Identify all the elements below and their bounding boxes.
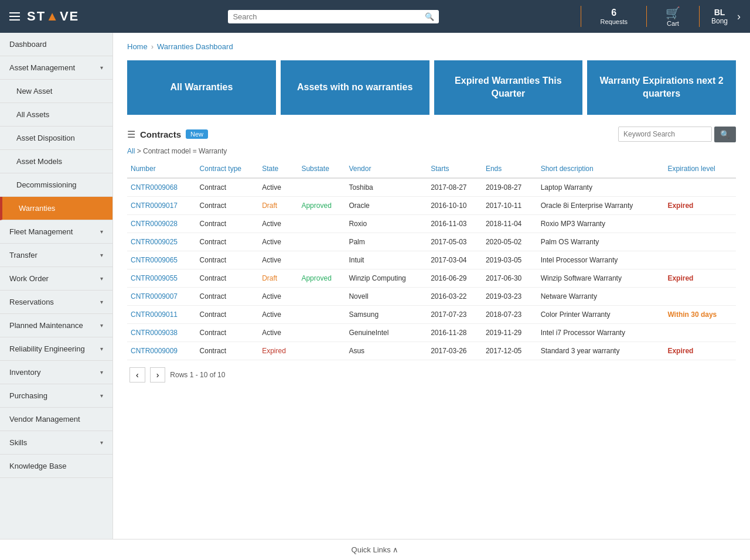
sidebar-arrow-icon: ▾ [100, 299, 103, 305]
contract-starts: 2017-03-04 [427, 251, 482, 269]
sidebar-item-new-asset[interactable]: New Asset [0, 80, 112, 103]
contract-number-link[interactable]: CNTR0009007 [131, 292, 178, 301]
quick-links-bar[interactable]: Quick Links ∧ [0, 539, 750, 560]
sidebar-item-label: New Asset [16, 87, 52, 95]
search-input[interactable] [233, 12, 425, 21]
sidebar-item-planned-maintenance[interactable]: Planned Maintenance▾ [0, 314, 112, 337]
contract-description: Roxio MP3 Warranty [537, 214, 664, 233]
nav-expand-icon[interactable]: › [737, 11, 741, 23]
sidebar-item-vendor-management[interactable]: Vendor Management [0, 408, 112, 431]
breadcrumb: Home › Warranties Dashboard [127, 42, 736, 51]
dashboard-card-expired-warranties-this-quarter[interactable]: Expired Warranties This Quarter [434, 60, 583, 115]
col-header-number[interactable]: Number [127, 160, 196, 178]
contract-expiration-level [664, 178, 736, 197]
contract-substate: Approved [298, 269, 345, 287]
sidebar-item-reservations[interactable]: Reservations▾ [0, 291, 112, 314]
contract-type: Contract [196, 287, 259, 305]
contract-type: Contract [196, 342, 259, 360]
sidebar-arrow-icon: ▾ [100, 322, 103, 329]
sidebar-item-skills[interactable]: Skills▾ [0, 431, 112, 455]
contract-vendor: Intuit [345, 251, 427, 269]
sidebar-item-reliability-engineering[interactable]: Reliability Engineering▾ [0, 337, 112, 361]
col-header-contract-type[interactable]: Contract type [196, 160, 259, 178]
contract-starts: 2016-10-10 [427, 196, 482, 214]
contract-description: Netware Warranty [537, 287, 664, 305]
sidebar-item-asset-management[interactable]: Asset Management▾ [0, 56, 112, 80]
cart-nav-item[interactable]: 🛒 Cart [659, 4, 687, 29]
contract-substate: Approved [298, 196, 345, 214]
sidebar-item-all-assets[interactable]: All Assets [0, 103, 112, 127]
breadcrumb-home[interactable]: Home [127, 42, 148, 51]
table-row: CNTR0009011ContractActiveSamsung2017-07-… [127, 305, 736, 323]
sidebar-item-warranties[interactable]: Warranties [0, 197, 112, 220]
sidebar-item-transfer[interactable]: Transfer▾ [0, 244, 112, 267]
contract-number-link[interactable]: CNTR0009025 [131, 238, 178, 246]
prev-page-button[interactable]: ‹ [129, 367, 145, 383]
sidebar-item-label: Asset Models [16, 157, 62, 166]
contract-starts: 2016-11-03 [427, 214, 482, 233]
keyword-search-input[interactable] [618, 127, 712, 142]
col-header-substate[interactable]: Substate [298, 160, 345, 178]
contract-number-link[interactable]: CNTR0009017 [131, 202, 178, 210]
sidebar-item-inventory[interactable]: Inventory▾ [0, 361, 112, 384]
contract-number-link[interactable]: CNTR0009038 [131, 329, 178, 337]
contract-substate [298, 342, 345, 360]
dashboard-card-assets-with-no-warranties[interactable]: Assets with no warranties [281, 60, 429, 115]
contract-type: Contract [196, 251, 259, 269]
col-header-starts[interactable]: Starts [427, 160, 482, 178]
col-header-short-description[interactable]: Short description [537, 160, 664, 178]
dashboard-card-warranty-expirations-next-2-quarters[interactable]: Warranty Expirations next 2 quarters [587, 60, 736, 115]
sidebar: DashboardAsset Management▾New AssetAll A… [0, 33, 113, 560]
filter-model: Contract model = Warranty [143, 147, 227, 155]
contracts-header: ☰ Contracts New 🔍 [127, 127, 736, 142]
sidebar-arrow-icon: ▾ [100, 369, 103, 375]
user-nav-item[interactable]: BL Bong [711, 8, 728, 25]
sidebar-arrow-icon: ▾ [100, 392, 103, 399]
sidebar-item-purchasing[interactable]: Purchasing▾ [0, 384, 112, 408]
sidebar-item-dashboard[interactable]: Dashboard [0, 33, 112, 56]
col-header-vendor[interactable]: Vendor [345, 160, 427, 178]
page-layout: DashboardAsset Management▾New AssetAll A… [0, 33, 750, 560]
table-row: CNTR0009068ContractActiveToshiba2017-08-… [127, 178, 736, 197]
contract-starts: 2016-06-29 [427, 269, 482, 287]
sidebar-item-asset-disposition[interactable]: Asset Disposition [0, 127, 112, 150]
sidebar-item-decommissioning[interactable]: Decommissioning [0, 173, 112, 197]
sidebar-item-label: All Assets [16, 110, 49, 119]
sidebar-item-knowledge-base[interactable]: Knowledge Base [0, 455, 112, 478]
requests-nav-item[interactable]: 6 Requests [593, 5, 634, 28]
contract-number-link[interactable]: CNTR0009028 [131, 220, 178, 228]
filter-breadcrumb: All > Contract model = Warranty [127, 147, 736, 155]
contract-ends: 2017-06-30 [482, 269, 537, 287]
col-header-state[interactable]: State [258, 160, 298, 178]
cart-label: Cart [667, 20, 679, 27]
col-header-expiration-level[interactable]: Expiration level [664, 160, 736, 178]
filter-all-link[interactable]: All [127, 147, 135, 155]
contract-number-link[interactable]: CNTR0009068 [131, 183, 178, 192]
sidebar-item-label: Purchasing [9, 391, 47, 400]
contract-number-link[interactable]: CNTR0009011 [131, 310, 178, 319]
breadcrumb-current: Warranties Dashboard [157, 42, 233, 51]
contract-starts: 2016-11-28 [427, 323, 482, 342]
sidebar-item-label: Asset Disposition [16, 134, 75, 142]
hamburger-menu[interactable] [9, 12, 20, 21]
next-page-button[interactable]: › [150, 367, 166, 383]
contract-expiration-level [664, 287, 736, 305]
requests-label: Requests [600, 18, 627, 25]
contract-vendor: Asus [345, 342, 427, 360]
user-initials: BL [711, 8, 728, 17]
dashboard-card-all-warranties[interactable]: All Warranties [127, 60, 276, 115]
contract-vendor: Toshiba [345, 178, 427, 197]
keyword-search-button[interactable]: 🔍 [714, 127, 736, 142]
sidebar-item-fleet-management[interactable]: Fleet Management▾ [0, 220, 112, 244]
contract-number-link[interactable]: CNTR0009065 [131, 256, 178, 264]
sidebar-arrow-icon: ▾ [100, 64, 103, 71]
sidebar-item-work-order[interactable]: Work Order▾ [0, 267, 112, 291]
logo-accent: ▲ [46, 9, 60, 23]
col-header-ends[interactable]: Ends [482, 160, 537, 178]
sidebar-item-asset-models[interactable]: Asset Models [0, 150, 112, 173]
contract-description: Intel Processor Warranty [537, 251, 664, 269]
contract-number-link[interactable]: CNTR0009009 [131, 347, 178, 355]
contract-substate [298, 233, 345, 251]
new-button[interactable]: New [186, 129, 208, 139]
contract-number-link[interactable]: CNTR0009055 [131, 274, 178, 282]
